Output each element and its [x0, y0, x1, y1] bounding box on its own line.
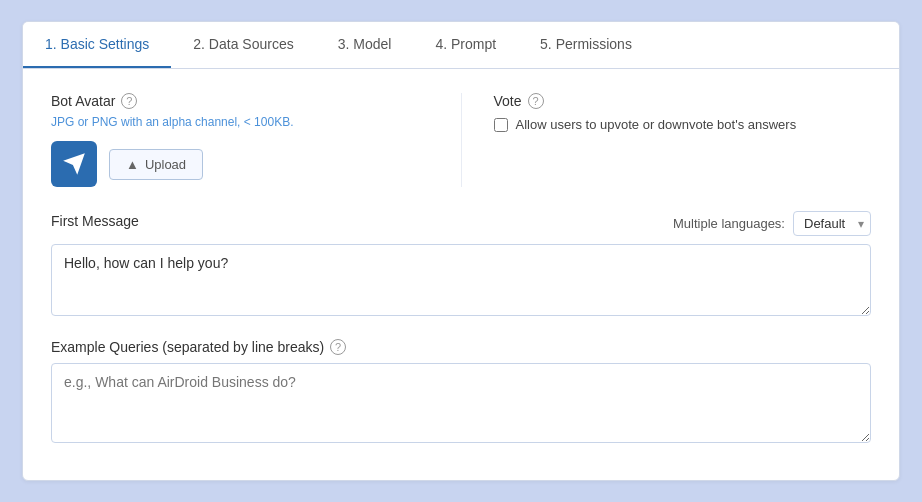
bot-avatar-help-icon[interactable]: ?	[121, 93, 137, 109]
multiple-languages-label: Multiple languages:	[673, 216, 785, 231]
example-queries-textarea[interactable]	[51, 363, 871, 443]
language-select[interactable]: Default	[793, 211, 871, 236]
first-message-header: First Message Multiple languages: Defaul…	[51, 211, 871, 236]
vote-checkbox-label[interactable]: Allow users to upvote or downvote bot's …	[516, 117, 797, 132]
vote-help-icon[interactable]: ?	[528, 93, 544, 109]
example-queries-label: Example Queries (separated by line break…	[51, 339, 324, 355]
example-queries-help-icon[interactable]: ?	[330, 339, 346, 355]
vote-checkbox[interactable]	[494, 118, 508, 132]
bot-avatar-section: Bot Avatar ? JPG or PNG with an alpha ch…	[51, 93, 462, 187]
tab-bar: 1. Basic Settings 2. Data Sources 3. Mod…	[23, 22, 899, 69]
vote-section: Vote ? Allow users to upvote or downvote…	[494, 93, 872, 187]
main-container: 1. Basic Settings 2. Data Sources 3. Mod…	[22, 21, 900, 481]
language-select-wrapper: Default	[793, 211, 871, 236]
first-message-title: First Message	[51, 213, 139, 229]
example-queries-title: Example Queries (separated by line break…	[51, 339, 871, 355]
bot-avatar-hint-text: JPG or PNG with an alpha channel, < 100K…	[51, 115, 293, 129]
upload-label: Upload	[145, 157, 186, 172]
first-message-textarea[interactable]	[51, 244, 871, 316]
tab-content: Bot Avatar ? JPG or PNG with an alpha ch…	[23, 69, 899, 470]
avatar-row: ▲ Upload	[51, 141, 429, 187]
first-message-section: First Message Multiple languages: Defaul…	[51, 211, 871, 319]
tab-prompt[interactable]: 4. Prompt	[413, 22, 518, 68]
avatar-preview	[51, 141, 97, 187]
tab-permissions[interactable]: 5. Permissions	[518, 22, 654, 68]
language-row: Multiple languages: Default	[673, 211, 871, 236]
vote-label: Vote	[494, 93, 522, 109]
bot-avatar-label: Bot Avatar	[51, 93, 115, 109]
top-section: Bot Avatar ? JPG or PNG with an alpha ch…	[51, 93, 871, 187]
tab-basic-settings[interactable]: 1. Basic Settings	[23, 22, 171, 68]
tab-data-sources[interactable]: 2. Data Sources	[171, 22, 315, 68]
vote-title: Vote ?	[494, 93, 872, 109]
upload-icon: ▲	[126, 157, 139, 172]
bot-avatar-title: Bot Avatar ?	[51, 93, 429, 109]
upload-button[interactable]: ▲ Upload	[109, 149, 203, 180]
avatar-icon	[61, 151, 87, 177]
bot-avatar-hint: JPG or PNG with an alpha channel, < 100K…	[51, 115, 429, 129]
example-queries-section: Example Queries (separated by line break…	[51, 339, 871, 446]
tab-model[interactable]: 3. Model	[316, 22, 414, 68]
vote-checkbox-row: Allow users to upvote or downvote bot's …	[494, 117, 872, 132]
